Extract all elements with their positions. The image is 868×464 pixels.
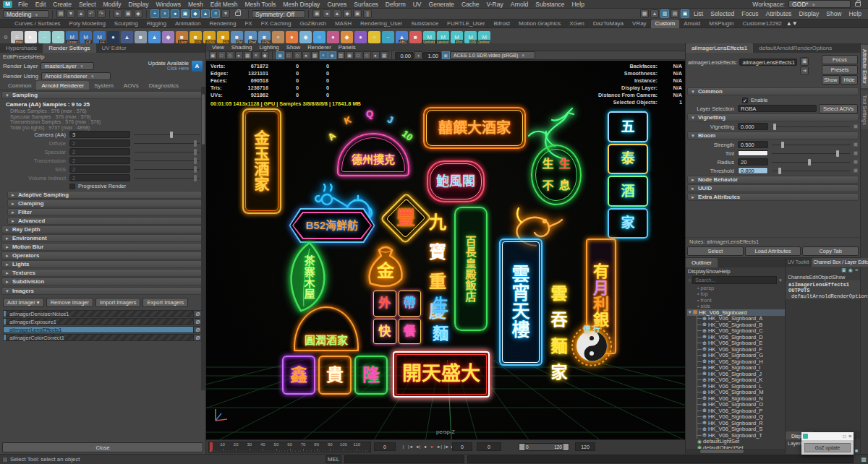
hyperbolic-icon[interactable]: ≡ [855, 267, 858, 272]
slider-track[interactable] [134, 140, 200, 147]
menu-substance[interactable]: Substance [532, 1, 568, 8]
imager-button-remove-imager[interactable]: Remove Imager [46, 298, 93, 307]
neon-sign-circle-green[interactable]: 生生不息 [531, 145, 582, 205]
viewport-icon[interactable]: ▣ [276, 51, 284, 59]
slider-handle[interactable] [778, 168, 781, 174]
bloom-strength-slider[interactable] [772, 142, 850, 148]
range-slider[interactable]: 0 120 [519, 443, 569, 451]
symmetry-dropdown[interactable]: Symmetry: Off [252, 10, 305, 18]
viewport-icon[interactable]: ● [372, 51, 380, 59]
toolbar-icon[interactable]: ▥ [660, 9, 669, 18]
section-textures[interactable]: ►Textures [1, 269, 204, 277]
channel-node-name[interactable]: aiImagerLensEffects1 [788, 282, 860, 288]
neon-sign-square-long[interactable]: 隆 [354, 356, 388, 395]
toolbar-icon[interactable]: ▣ [681, 9, 689, 18]
viewport-icon[interactable]: ▥ [337, 51, 345, 59]
slider-value-field[interactable]: 2 [69, 174, 130, 181]
imager-button-add-imager[interactable]: Add Imager ▾ [3, 298, 44, 307]
slider-handle[interactable] [836, 150, 839, 157]
neon-sign-poker-arch[interactable]: AKQJ10德州撲克 [326, 107, 421, 179]
section-uuid[interactable]: ►UUID [687, 184, 859, 192]
slider-handle[interactable] [194, 175, 197, 181]
update-link[interactable]: Click Here [148, 66, 189, 71]
bloom-tint-slider[interactable] [772, 150, 850, 157]
channel-output-node[interactable]: defaultArnoldRenderOptions [788, 293, 860, 299]
neon-sign-dome-sign[interactable]: 圓潤酒家 [294, 306, 359, 351]
toolbar-icon[interactable]: × [161, 9, 169, 18]
shelf-item[interactable]: ▲ [121, 31, 133, 43]
shelf-item-origin[interactable]: MOrigin [66, 31, 78, 43]
outliner-item-defaultlightset[interactable]: ◉defaultLightSet [687, 439, 785, 445]
bloom-threshold-slider[interactable] [772, 168, 850, 174]
shelf-item[interactable]: ○ [368, 31, 380, 43]
shelf-item[interactable]: ● [286, 31, 298, 43]
goz-maximize-icon[interactable]: □ [843, 434, 846, 439]
render-settings-scrollbar[interactable] [201, 87, 205, 390]
outliner-item-top[interactable]: ▪top [687, 291, 785, 298]
toolbar-icon[interactable]: ↷ [97, 9, 106, 18]
toolbar-icon[interactable]: ◆ [134, 9, 142, 18]
toolbar-icon[interactable]: || [363, 9, 372, 18]
chan-menu-edit[interactable]: Edit [809, 275, 818, 280]
shelf-item[interactable]: × [272, 31, 284, 43]
outliner-item-hk-v06-signboard-g[interactable]: ⊕HK_V06_Signboard_G [697, 353, 785, 359]
outliner-item-hk-v06-signboard-c[interactable]: ⊕HK_V06_Signboard_C [697, 328, 785, 335]
outliner-item-side[interactable]: ▪side [687, 304, 785, 310]
shelf-item[interactable]: ● [107, 31, 119, 43]
neon-sign-grid-four[interactable]: 外帶快餐 [373, 291, 421, 344]
shelf-item-os[interactable]: MOS [464, 31, 477, 43]
toolbar-icon[interactable]: ◆ [191, 9, 200, 18]
outliner-item-persp[interactable]: ▪persp [687, 285, 785, 291]
vignetting-row-field[interactable]: 0.000 [738, 123, 768, 130]
transport-3[interactable]: ◄ [422, 442, 428, 451]
frame-ruler[interactable]: 102030405060708090100110 [208, 442, 371, 452]
exposure-field[interactable]: 0.00 [395, 52, 414, 59]
section-operators[interactable]: ►Operators [1, 252, 204, 259]
presets-button[interactable]: Presets [822, 65, 858, 74]
node-name-field[interactable]: aiImagerLensEffects1 [739, 59, 797, 66]
shelf-item-fpe[interactable]: ■FPE [258, 31, 271, 43]
playback-start-field[interactable]: 0 [477, 442, 501, 451]
section-motion-blur[interactable]: ►Motion Blur [1, 243, 204, 251]
slider-value-field[interactable]: 2 [69, 139, 130, 147]
shelf-tab-motion-graphics[interactable]: Motion Graphics [514, 20, 565, 28]
menu-set-dropdown[interactable]: Modeling▼ [3, 10, 49, 18]
snap-lock-icon[interactable] [235, 12, 241, 16]
neon-sign-money-bag[interactable]: 金 [362, 239, 409, 293]
ae-menu-help[interactable]: Help [846, 10, 865, 17]
side-tab-tool-settings[interactable]: Tool Settings [861, 90, 868, 129]
neon-sign-grand-selected[interactable]: 開天盛大 [393, 351, 490, 398]
move-layer-down-icon[interactable]: ■ [855, 448, 858, 453]
shelf-tab-fx[interactable]: FX [240, 20, 256, 28]
keyframe-box-icon[interactable] [854, 160, 858, 164]
imager-row-aiimagerlenseffects1[interactable]: aiImagerLensEffects1Ø [3, 326, 203, 333]
shelf-item[interactable]: ● [327, 31, 339, 43]
section-imagers[interactable]: ▼Imagers [1, 287, 204, 295]
shelf-item-pro[interactable]: MPro [451, 31, 463, 43]
imager-row-aiimagercolorcorrect1[interactable]: aiImagerColorCorrect1Ø [3, 334, 203, 341]
toolbar-icon[interactable]: ▣ [181, 9, 190, 18]
rs-tab-aovs[interactable]: AOVs [119, 81, 144, 90]
shelf-item-unfold[interactable]: MUnfold [423, 31, 435, 43]
viewport-icon[interactable]: ● [235, 51, 243, 59]
outliner-item-hk-v06-signboard-s[interactable]: ⊕HK_V06_Signboard_S [697, 426, 785, 433]
toolbar-icon[interactable]: ▣ [124, 9, 132, 18]
chan-menu-object[interactable]: Object [818, 275, 833, 280]
vp-menu-shading[interactable]: Shading [228, 44, 256, 51]
bloom-strength-field[interactable]: 0.500 [738, 141, 768, 148]
shelf-item-cp[interactable]: MCP [80, 31, 92, 43]
menu-select[interactable]: Select [75, 1, 100, 8]
section-clamping[interactable]: ►Clamping [7, 199, 204, 207]
ae-menu-show[interactable]: Show [822, 10, 845, 17]
neon-sign-b52-hex[interactable]: B52海鮮舫 [282, 208, 382, 243]
shelf-tab-fx-caching[interactable]: FX Caching [257, 20, 296, 28]
section-advanced[interactable]: ►Advanced [7, 217, 204, 225]
swatch-icon[interactable]: ▣ [800, 57, 809, 66]
keyframe-box-icon[interactable] [854, 124, 858, 129]
shelf-tab-poly-modeling[interactable]: Poly Modeling [65, 20, 110, 28]
menu-display[interactable]: Display [125, 1, 153, 8]
ae-menu-selected[interactable]: Selected [707, 10, 738, 17]
toolbar-icon[interactable]: ▲ [333, 9, 341, 18]
shelf-tab-arnold[interactable]: Arnold [679, 20, 705, 28]
toolbar-icon[interactable]: ↶ [87, 9, 95, 18]
